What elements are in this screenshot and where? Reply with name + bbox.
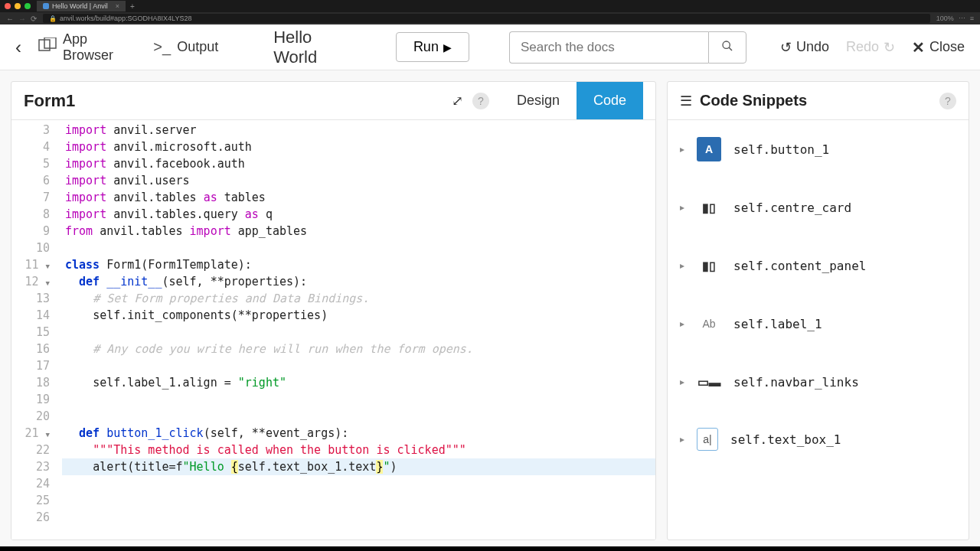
url-text: anvil.works/build#app:SGODHA8IX4LYS28	[60, 15, 191, 22]
browser-chrome: Hello World | Anvil × + ← → ⟳ 🔒 anvil.wo…	[0, 0, 980, 24]
browser-reload-icon[interactable]: ⟳	[31, 15, 37, 23]
browser-forward-icon[interactable]: →	[18, 15, 26, 23]
window-close-icon[interactable]	[5, 3, 11, 9]
browser-hamburger-icon[interactable]: ≡	[970, 15, 974, 22]
browser-menu-icon[interactable]: ⋯	[959, 15, 965, 22]
address-bar-row: ← → ⟳ 🔒 anvil.works/build#app:SGODHA8IX4…	[0, 12, 980, 24]
browser-back-icon[interactable]: ←	[6, 15, 14, 23]
zoom-level[interactable]: 100%	[936, 15, 954, 22]
traffic-lights[interactable]	[5, 3, 31, 9]
address-bar[interactable]: 🔒 anvil.works/build#app:SGODHA8IX4LYS28	[43, 14, 930, 23]
browser-tab[interactable]: Hello World | Anvil ×	[37, 1, 126, 11]
window-maximize-icon[interactable]	[24, 3, 31, 9]
lock-icon: 🔒	[49, 15, 57, 22]
tab-title: Hello World | Anvil	[52, 2, 108, 10]
new-tab-button[interactable]: +	[130, 2, 135, 11]
tab-close-icon[interactable]: ×	[116, 2, 119, 10]
favicon-icon	[43, 3, 49, 9]
tab-bar: Hello World | Anvil × +	[0, 0, 980, 12]
window-minimize-icon[interactable]	[15, 3, 21, 9]
